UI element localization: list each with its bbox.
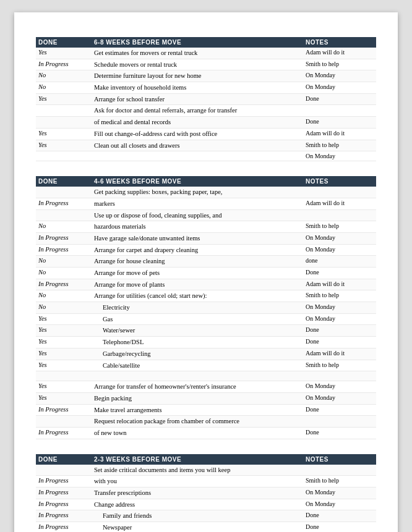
done-cell xyxy=(38,465,94,466)
notes-cell: Smith to help xyxy=(306,60,374,67)
done-cell: Yes xyxy=(38,315,94,322)
done-cell: In Progress xyxy=(38,511,94,518)
notes-cell: Done xyxy=(306,405,374,413)
header-done-col: DONE xyxy=(38,178,94,185)
done-cell: In Progress xyxy=(38,476,94,484)
done-cell: In Progress xyxy=(38,488,94,496)
done-cell xyxy=(38,211,94,211)
task-cell: Arrange for transfer of homeowner's/rent… xyxy=(94,382,306,392)
table-row: NoArrange for utilities (cancel old; sta… xyxy=(36,290,376,302)
notes-cell: On Monday xyxy=(306,234,374,241)
task-cell: Request relocation package from chamber … xyxy=(94,416,306,426)
header-done-col: DONE xyxy=(38,456,94,463)
done-cell: In Progress xyxy=(38,280,94,287)
section-1: DONE4-6 WEEKS BEFORE MOVENOTESGet packin… xyxy=(36,176,376,439)
task-cell: Change address xyxy=(94,500,306,510)
task-cell: of medical and dental records xyxy=(94,117,306,127)
table-row: of medical and dental recordsDone xyxy=(36,117,376,129)
done-cell: Yes xyxy=(38,349,94,357)
notes-cell: Done xyxy=(306,511,374,518)
table-row: In Progress NewspaperDone xyxy=(36,522,376,532)
done-cell: No xyxy=(38,222,94,229)
table-row: YesArrange for transfer of homeowner's/r… xyxy=(36,381,376,393)
notes-cell: Done xyxy=(306,337,374,345)
table-row: NoArrange for house cleaningdone xyxy=(36,256,376,268)
task-cell: Arrange for carpet and drapery cleaning xyxy=(94,245,306,255)
task-cell: Arrange for house cleaning xyxy=(94,256,306,266)
table-row: In Progress Family and friendsDone xyxy=(36,510,376,522)
done-cell: Yes xyxy=(38,326,94,333)
table-row: In Progresswith youSmith to help xyxy=(36,476,376,488)
done-cell: No xyxy=(38,268,94,276)
task-cell: Transfer prescriptions xyxy=(94,488,306,498)
section-2: DONE2-3 WEEKS BEFORE MOVENOTESSet aside … xyxy=(36,454,376,532)
notes-cell xyxy=(306,187,374,188)
table-row: Ask for doctor and dental referrals, arr… xyxy=(36,105,376,117)
notes-cell: On Monday xyxy=(306,488,374,496)
done-cell: In Progress xyxy=(38,245,94,253)
table-row: Request relocation package from chamber … xyxy=(36,416,376,428)
header-task-col: 2-3 WEEKS BEFORE MOVE xyxy=(94,456,306,463)
task-cell: Water/sewer xyxy=(94,326,306,336)
table-row: Yes Telephone/DSLDone xyxy=(36,337,376,348)
done-cell: No xyxy=(38,303,94,310)
task-cell: of new town xyxy=(94,428,306,438)
done-cell xyxy=(38,106,94,106)
task-cell: Clean out all closets and drawers xyxy=(94,141,306,151)
done-cell: No xyxy=(38,71,94,78)
done-cell: In Progress xyxy=(38,523,94,530)
task-cell xyxy=(94,372,306,373)
done-cell: In Progress xyxy=(38,199,94,206)
done-cell: Yes xyxy=(38,382,94,389)
done-cell xyxy=(38,152,94,153)
table-row: In ProgressSchedule movers or rental tru… xyxy=(36,59,376,71)
notes-cell: On Monday xyxy=(306,500,374,507)
task-cell: Determine furniture layout for new home xyxy=(94,71,306,81)
notes-cell: On Monday xyxy=(306,245,374,253)
done-cell: In Progress xyxy=(38,500,94,507)
table-row: NoArrange for move of petsDone xyxy=(36,268,376,279)
header-notes-col: NOTES xyxy=(306,39,374,46)
section-header-1: DONE4-6 WEEKS BEFORE MOVENOTES xyxy=(36,176,376,187)
notes-cell: Smith to help xyxy=(306,291,374,298)
table-row: YesArrange for school transferDone xyxy=(36,94,376,106)
notes-cell: done xyxy=(306,256,374,264)
notes-cell: Done xyxy=(306,268,374,276)
task-cell: Gas xyxy=(94,315,306,324)
table-row: In ProgressHave garage sale/donate unwan… xyxy=(36,233,376,245)
notes-cell: Smith to help xyxy=(306,141,374,148)
table-row: In ProgressChange addressOn Monday xyxy=(36,499,376,511)
notes-cell: On Monday xyxy=(306,83,374,90)
table-row xyxy=(36,371,376,381)
table-row: No ElectricityOn Monday xyxy=(36,302,376,314)
task-cell: Newspaper xyxy=(94,523,306,532)
task-cell: Schedule movers or rental truck xyxy=(94,60,306,70)
notes-cell: On Monday xyxy=(306,71,374,78)
section-0: DONE6-8 WEEKS BEFORE MOVENOTESYesGet est… xyxy=(36,37,376,161)
done-cell xyxy=(38,416,94,417)
notes-cell xyxy=(306,211,374,211)
table-row: Yes Garbage/recyclingAdam will do it xyxy=(36,348,376,360)
table-row: Yes Cable/satelliteSmith to help xyxy=(36,360,376,372)
notes-cell: Adam will do it xyxy=(306,48,374,56)
notes-cell: On Monday xyxy=(306,315,374,322)
table-row: Use up or dispose of food, cleaning supp… xyxy=(36,210,376,222)
section-header-2: DONE2-3 WEEKS BEFORE MOVENOTES xyxy=(36,454,376,465)
task-cell: Have garage sale/donate unwanted items xyxy=(94,234,306,243)
table-row: On Monday xyxy=(36,151,376,161)
task-cell: markers xyxy=(94,199,306,209)
task-cell: Arrange for move of pets xyxy=(94,268,306,278)
task-cell: Arrange for utilities (cancel old; start… xyxy=(94,291,306,301)
notes-cell: On Monday xyxy=(306,394,374,401)
table-row: In ProgressArrange for move of plantsAda… xyxy=(36,279,376,291)
task-cell: Electricity xyxy=(94,303,306,313)
table-row: Get packing supplies: boxes, packing pap… xyxy=(36,187,376,198)
done-cell: Yes xyxy=(38,141,94,148)
table-row: In ProgressArrange for carpet and draper… xyxy=(36,245,376,256)
task-cell: Set aside critical documents and items y… xyxy=(94,465,306,475)
done-cell xyxy=(38,187,94,188)
notes-cell: Smith to help xyxy=(306,361,374,368)
header-task-col: 4-6 WEEKS BEFORE MOVE xyxy=(94,178,306,185)
task-cell: Telephone/DSL xyxy=(94,337,306,347)
notes-cell: Done xyxy=(306,428,374,436)
